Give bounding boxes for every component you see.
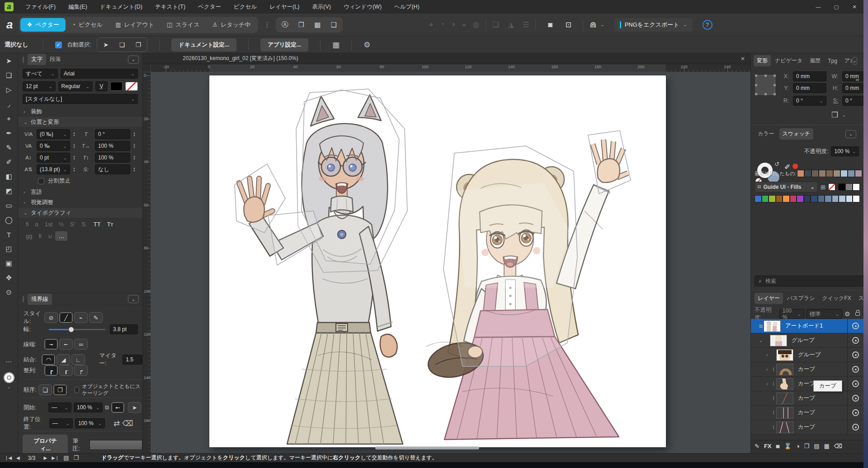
layer-visibility-toggle[interactable] [847, 362, 863, 377]
stroke-style-button[interactable]: ⊘ [44, 312, 58, 323]
arrow-outside-button[interactable]: ➤ [128, 402, 141, 413]
menu-item[interactable]: 表示(V) [307, 1, 336, 13]
recent-swatch[interactable] [848, 170, 855, 177]
stroke-align-button[interactable]: ┍ [74, 365, 88, 376]
menu-item[interactable]: ヘルプ(H) [389, 1, 425, 13]
layer-row[interactable]: › グループ [751, 348, 863, 362]
menu-item[interactable]: ファイル(F) [20, 1, 61, 13]
palette-swatch[interactable] [769, 195, 776, 202]
tab-color[interactable]: カラー [755, 128, 778, 140]
remove-arrows-icon[interactable]: ⌫ [122, 419, 133, 428]
transform-rotate-field[interactable]: 0 °⌄ [793, 96, 826, 106]
artboard-tool[interactable]: ❏ [2, 69, 16, 82]
point-transform-tool[interactable]: ⌖ [2, 112, 16, 126]
stroke-width-slider[interactable] [49, 329, 105, 330]
more-options-icon[interactable]: ⋮ [264, 21, 270, 29]
tab-navigator[interactable]: ナビゲータ [772, 55, 806, 66]
menu-item[interactable]: ウィンドウ(W) [338, 1, 387, 13]
app-settings-button[interactable]: アプリ設定... [260, 38, 308, 51]
tab-stroke[interactable]: 境界線 [28, 294, 52, 305]
palette-swatch[interactable] [790, 195, 797, 202]
palette-swatch[interactable] [755, 195, 762, 202]
font-family-select[interactable]: Arial⌄ [61, 69, 138, 79]
stroke-join-button[interactable]: ◢ [57, 354, 70, 365]
palette-swatch[interactable] [804, 195, 811, 202]
font-size-select[interactable]: 12 pt⌄ [23, 81, 56, 91]
transform-anchor-selector[interactable] [755, 75, 775, 95]
recent-swatch[interactable] [804, 170, 811, 177]
close-document-icon[interactable]: ✕ [741, 56, 745, 62]
adjustment-layer-icon[interactable]: ⌛ [784, 443, 791, 449]
add-swatch-icon[interactable]: ⊞ [821, 184, 826, 191]
layer-visibility-toggle[interactable] [847, 348, 863, 362]
fx-icon[interactable]: FX [764, 443, 772, 449]
persona-tab[interactable]: ◔ ピクセル [66, 18, 109, 32]
stroke-join-button[interactable]: ∟ [71, 354, 85, 365]
snapping-caret-icon[interactable]: ⌄ [600, 22, 604, 28]
edit-all-layers-icon[interactable]: ✎ [755, 443, 760, 449]
delete-layer-icon[interactable]: ⌫ [834, 443, 842, 449]
frame-text-tool[interactable]: ◰ [2, 242, 16, 256]
recent-swatch[interactable] [840, 170, 848, 177]
persona-tab[interactable]: ♙ レタッチ中 [206, 18, 257, 32]
layer-visibility-toggle[interactable] [847, 406, 863, 420]
recent-swatch[interactable] [797, 170, 804, 177]
live-filter-icon[interactable]: ◑ [796, 443, 800, 449]
transparency-tool[interactable]: ◩ [2, 184, 16, 198]
section-typography[interactable]: ⌄タイポグラフィ [18, 208, 142, 218]
swap-fill-stroke-icon[interactable]: ↺ [774, 161, 779, 168]
layer-expand-icon[interactable]: › [764, 367, 771, 372]
recent-swatch[interactable] [826, 170, 833, 177]
stroke-width-field[interactable]: 3.8 pt [110, 324, 138, 334]
transform-x-field[interactable]: 0 mm [793, 71, 826, 81]
text-frame-icon[interactable]: Ⓐ [277, 19, 292, 31]
pen-tool[interactable]: ✒ [2, 126, 16, 140]
canvas-viewport[interactable] [151, 72, 750, 454]
link-dimensions-icon[interactable]: ∞ [856, 77, 862, 82]
stroke-cap-button[interactable]: ╾ [59, 339, 73, 350]
next-page-button[interactable]: ▶ [43, 455, 47, 460]
recent-swatch[interactable] [811, 170, 819, 177]
menu-item[interactable]: ドキュメント(D) [94, 1, 148, 13]
typography-feature-button[interactable]: Tᴛ [104, 220, 117, 229]
start-arrow-select[interactable]: —⌄ [48, 402, 71, 412]
picked-color-dot[interactable] [793, 164, 798, 169]
panel-collapse-button[interactable]: ⌄ [845, 130, 856, 138]
tab-path-brush[interactable]: パスブラシ [784, 293, 818, 304]
tab-layers[interactable]: レイヤー [755, 293, 783, 304]
export-png-button[interactable]: PNGをエクスポート ⌄ [614, 18, 693, 32]
persona-tab[interactable]: ◫ スライス [160, 18, 206, 32]
layer-opacity-select[interactable]: 100 %⌄ [779, 309, 804, 319]
palette-select[interactable]: ⌑ Guide UI - Fills ⌄ [755, 182, 818, 192]
stroke-style-button[interactable]: ⌁ [74, 312, 88, 323]
typography-feature-button[interactable]: 1st [42, 220, 56, 229]
tab-transform[interactable]: 変形 [754, 55, 771, 66]
blend-mode-select[interactable]: 標準⌄ [807, 309, 842, 319]
stroke-style-button[interactable]: ╱ [59, 312, 73, 323]
layer-expand-icon[interactable]: › [764, 381, 771, 386]
palette-swatch[interactable] [839, 195, 846, 202]
panel-collapse-button[interactable]: ⌄ [128, 295, 139, 303]
help-button[interactable]: ? [703, 20, 712, 30]
persona-tab[interactable]: ❖ ベクター [20, 18, 66, 32]
typography-feature-button[interactable]: S’ [67, 220, 79, 229]
pressure-profile-field[interactable] [90, 440, 142, 450]
margins-icon[interactable]: ❑ [326, 19, 341, 31]
pencil-tool[interactable]: ✎ [2, 141, 16, 154]
panel-collapse-button[interactable]: ⌄ [128, 56, 139, 64]
stroke-order-button[interactable]: ❐ [53, 384, 67, 395]
tab-quick-fx[interactable]: クイックFX [819, 293, 854, 304]
corner-tool[interactable]: ◞ [2, 98, 16, 111]
text-tool[interactable]: T [2, 228, 16, 241]
text-fill-swatch[interactable] [110, 82, 123, 91]
layer-expand-icon[interactable]: ⌄ [757, 338, 764, 343]
palette-swatch[interactable] [811, 195, 818, 202]
tab-tpg[interactable]: Tpg [825, 56, 840, 66]
duplicate-select-icon[interactable]: ❐ [131, 39, 146, 51]
maximize-button[interactable]: ▢ [827, 0, 845, 14]
close-button[interactable]: ✕ [845, 0, 863, 14]
document-tab-title[interactable]: 20260130_kemono_girl_02 [変更済み] (150.0%) [183, 55, 298, 62]
layer-expand-icon[interactable]: › [764, 352, 771, 357]
grid-icon[interactable]: ▦ [310, 19, 325, 31]
pattern-layer-icon[interactable]: ▦ [824, 443, 829, 449]
